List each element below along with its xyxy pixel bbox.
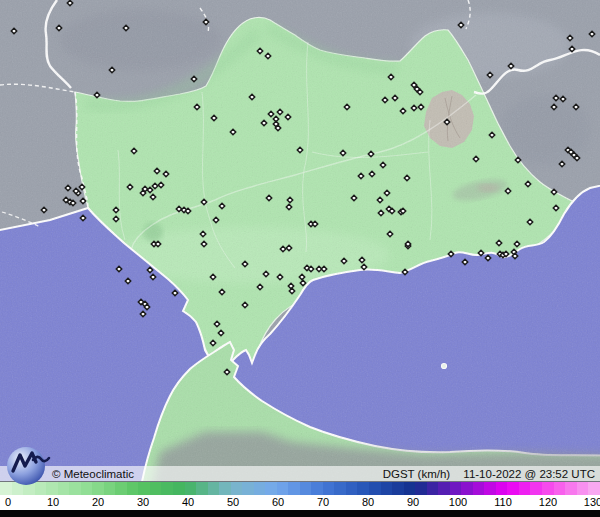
color-scale-segment	[484, 482, 496, 495]
color-scale-segment	[127, 482, 139, 495]
color-scale-segment	[323, 482, 335, 495]
scale-tick-labels: 0102030405060708090100110120130	[0, 495, 600, 510]
color-scale-segment	[357, 482, 369, 495]
color-scale-segment	[427, 482, 439, 495]
scale-tick-label: 20	[92, 496, 104, 508]
terrain-grain	[0, 0, 600, 481]
color-scale-segment	[104, 482, 116, 495]
scale-tick-label: 110	[494, 496, 512, 508]
scale-tick-label: 130	[584, 496, 600, 508]
scale-tick-label: 80	[362, 496, 374, 508]
color-scale-segment	[196, 482, 208, 495]
color-scale-segment	[69, 482, 81, 495]
scale-tick-label: 90	[407, 496, 419, 508]
color-scale-segment	[334, 482, 346, 495]
variable-label: DGST (km/h)	[383, 468, 451, 480]
copyright-label: © Meteoclimatic	[52, 468, 134, 480]
color-scale-segment	[311, 482, 323, 495]
scale-tick-label: 60	[272, 496, 284, 508]
color-scale-segment	[381, 482, 393, 495]
color-scale-segment	[588, 482, 600, 495]
scale-tick-label: 100	[449, 496, 467, 508]
scale-tick-label: 30	[137, 496, 149, 508]
weather-map-page: © Meteoclimatic DGST (km/h) 11-10-2022 @…	[0, 0, 600, 517]
color-scale-segment	[530, 482, 542, 495]
color-scale-segment	[473, 482, 485, 495]
color-scale-segment	[115, 482, 127, 495]
map-title: DGST (km/h) 11-10-2022 @ 23:52 UTC	[373, 468, 595, 480]
color-scale-segment	[92, 482, 104, 495]
scale-tick-label: 10	[47, 496, 59, 508]
color-scale-segment	[231, 482, 243, 495]
color-scale-segment	[392, 482, 404, 495]
color-scale-segment	[173, 482, 185, 495]
wind-gust-color-scale	[0, 481, 600, 495]
timestamp-label: 11-10-2022 @ 23:52 UTC	[463, 468, 595, 480]
scale-tick-label: 70	[317, 496, 329, 508]
color-scale-segment	[300, 482, 312, 495]
color-scale-segment	[288, 482, 300, 495]
color-scale-segment	[185, 482, 197, 495]
color-scale-segment	[208, 482, 220, 495]
color-scale-segment	[81, 482, 93, 495]
color-scale-segment	[161, 482, 173, 495]
color-scale-segment	[265, 482, 277, 495]
color-scale-segment	[507, 482, 519, 495]
color-scale-segment	[461, 482, 473, 495]
scale-tick-label: 0	[5, 496, 11, 508]
weather-map-svg	[0, 0, 600, 481]
color-scale-segment	[519, 482, 531, 495]
color-scale-segment	[219, 482, 231, 495]
color-scale-segment	[450, 482, 462, 495]
attribution-bar: © Meteoclimatic DGST (km/h) 11-10-2022 @…	[0, 466, 600, 481]
color-scale-segment	[415, 482, 427, 495]
scale-tick-label: 40	[182, 496, 194, 508]
color-scale-segment	[496, 482, 508, 495]
color-scale-segment	[577, 482, 589, 495]
bottom-black-strip	[0, 510, 600, 517]
color-scale-segment	[438, 482, 450, 495]
color-scale-segment	[254, 482, 266, 495]
color-scale-segment	[565, 482, 577, 495]
color-scale-segment	[138, 482, 150, 495]
meteoclimatic-logo[interactable]	[4, 441, 52, 489]
scale-tick-label: 50	[227, 496, 239, 508]
color-scale-segment	[369, 482, 381, 495]
color-scale-segment	[346, 482, 358, 495]
color-scale-segment	[277, 482, 289, 495]
color-scale-segment	[150, 482, 162, 495]
color-scale-segment	[404, 482, 416, 495]
color-scale-segment	[542, 482, 554, 495]
color-scale-segment	[242, 482, 254, 495]
scale-tick-label: 120	[539, 496, 557, 508]
color-scale-segment	[58, 482, 70, 495]
color-scale-segment	[554, 482, 566, 495]
